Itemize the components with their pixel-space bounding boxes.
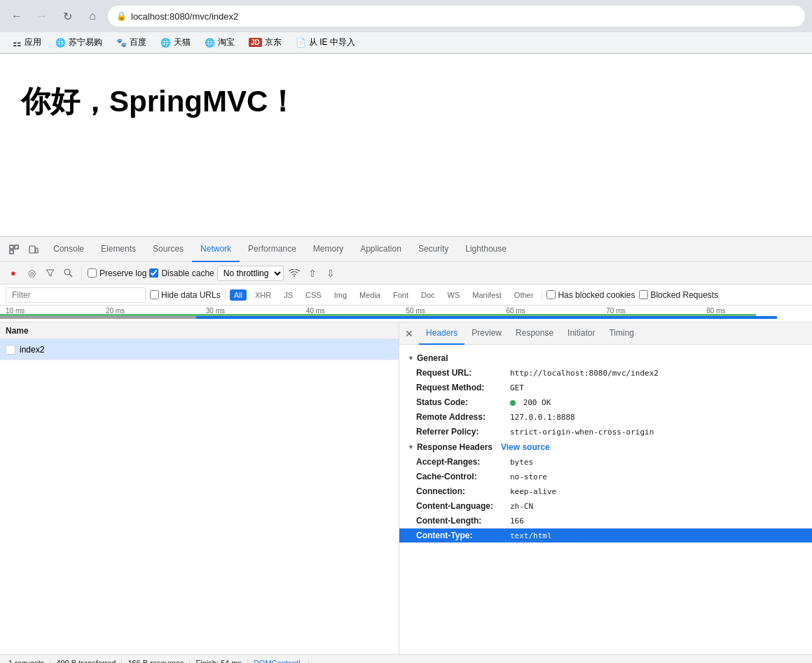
tab-security[interactable]: Security: [410, 237, 457, 262]
bookmark-label: 天猫: [174, 36, 191, 48]
disable-cache-checkbox[interactable]: [149, 268, 158, 278]
record-button[interactable]: ●: [6, 266, 21, 281]
bookmark-suning[interactable]: 🌐 苏宁易购: [50, 35, 108, 50]
tab-memory[interactable]: Memory: [305, 237, 352, 262]
address-bar[interactable]: 🔒 localhost:8080/mvc/index2: [108, 6, 805, 27]
details-close-button[interactable]: ✕: [402, 327, 416, 341]
content-language-key: Content-Language:: [416, 501, 507, 511]
timeline-gray-progress: [0, 316, 196, 319]
filter-type-ws[interactable]: WS: [443, 289, 465, 301]
tab-lighthouse[interactable]: Lighthouse: [457, 237, 515, 262]
request-method-value: GET: [510, 383, 524, 392]
status-finish: Finish: 54 ms: [190, 659, 247, 664]
wifi-icon-btn[interactable]: [287, 266, 302, 281]
request-url-value: http://localhost:8080/mvc/index2: [510, 369, 659, 378]
detail-status-code: Status Code: 200 OK: [399, 395, 812, 410]
clear-button[interactable]: ◎: [24, 266, 39, 281]
tab-sources[interactable]: Sources: [144, 237, 192, 262]
status-dot: [510, 400, 516, 406]
remote-address-key: Remote Address:: [416, 412, 507, 422]
network-main: Name index2 ✕ Headers Preview Response I…: [0, 322, 812, 654]
bookmark-baidu[interactable]: 🐾 百度: [111, 35, 152, 50]
search-btn[interactable]: [60, 266, 76, 281]
filter-input[interactable]: [6, 287, 146, 303]
details-tab-headers[interactable]: Headers: [419, 322, 465, 345]
svg-rect-1: [15, 245, 18, 249]
svg-rect-2: [10, 250, 13, 254]
details-tab-initiator[interactable]: Initiator: [560, 322, 602, 345]
devtools-tabs-bar: Console Elements Sources Network Perform…: [0, 237, 812, 262]
home-button[interactable]: ⌂: [83, 6, 102, 26]
preserve-log-checkbox[interactable]: [88, 268, 97, 278]
has-blocked-cookies-checkbox[interactable]: [546, 290, 556, 299]
filter-type-img[interactable]: Img: [330, 289, 351, 301]
bookmark-label: 淘宝: [218, 36, 235, 48]
details-tab-preview[interactable]: Preview: [465, 322, 509, 345]
baidu-icon: 🐾: [116, 38, 127, 48]
bookmark-tianmao[interactable]: 🌐 天猫: [155, 35, 196, 50]
details-tab-response[interactable]: Response: [509, 322, 560, 345]
ie-icon: 📄: [296, 38, 306, 48]
detail-content-type: Content-Type: text/html: [399, 528, 812, 543]
filter-icon-btn[interactable]: [42, 266, 57, 281]
status-domcontent[interactable]: DOMContentL: [248, 659, 309, 664]
content-length-key: Content-Length:: [416, 516, 507, 526]
detail-request-url: Request URL: http://localhost:8080/mvc/i…: [399, 366, 812, 381]
filter-bar: Hide data URLs All XHR JS CSS Img Media …: [0, 285, 812, 306]
throttle-select[interactable]: No throttling: [217, 266, 284, 281]
filter-type-css[interactable]: CSS: [301, 289, 326, 301]
detail-content-language: Content-Language: zh-CN: [399, 499, 812, 514]
hide-data-urls-checkbox[interactable]: [150, 290, 159, 299]
details-tab-timing[interactable]: Timing: [602, 322, 641, 345]
bookmark-ie-import[interactable]: 📄 从 IE 中导入: [290, 35, 361, 50]
filter-type-all[interactable]: All: [230, 289, 247, 301]
upload-icon-btn[interactable]: ⇧: [305, 266, 320, 281]
response-headers-section-header[interactable]: Response Headers View source: [399, 439, 812, 455]
details-tabs-bar: ✕ Headers Preview Response Initiator Tim…: [399, 322, 812, 345]
back-button[interactable]: ←: [7, 6, 27, 26]
forward-button[interactable]: →: [32, 6, 52, 26]
reload-button[interactable]: ↻: [57, 6, 77, 26]
network-toolbar: ● ◎ Preserve log Disable cache No thrott…: [0, 262, 812, 285]
status-bar: 1 requests 499 B transferred 166 B resou…: [0, 654, 812, 663]
filter-type-manifest[interactable]: Manifest: [468, 289, 506, 301]
download-icon-btn[interactable]: ⇩: [323, 266, 338, 281]
filter-type-font[interactable]: Font: [389, 289, 413, 301]
tab-console[interactable]: Console: [45, 237, 92, 262]
tab-elements[interactable]: Elements: [92, 237, 144, 262]
blocked-requests-checkbox[interactable]: [639, 290, 648, 299]
url-text: localhost:8080/mvc/index2: [131, 11, 238, 22]
has-blocked-cookies-label[interactable]: Has blocked cookies: [546, 290, 635, 300]
bookmark-taobao[interactable]: 🌐 淘宝: [199, 35, 240, 50]
filter-type-other[interactable]: Other: [510, 289, 538, 301]
preserve-log-label[interactable]: Preserve log: [88, 268, 146, 278]
cache-control-key: Cache-Control:: [416, 472, 507, 481]
filter-type-js[interactable]: JS: [280, 289, 297, 301]
device-toolbar-icon[interactable]: [25, 241, 42, 258]
content-length-value: 166: [510, 517, 524, 526]
referrer-policy-value: strict-origin-when-cross-origin: [510, 428, 654, 437]
content-language-value: zh-CN: [510, 502, 533, 511]
filter-type-media[interactable]: Media: [355, 289, 385, 301]
hide-data-urls-label[interactable]: Hide data URLs: [150, 290, 221, 300]
blocked-requests-label[interactable]: Blocked Requests: [639, 290, 718, 300]
table-row[interactable]: index2: [0, 339, 399, 360]
general-section-header[interactable]: General: [399, 350, 812, 366]
view-source-link[interactable]: View source: [501, 442, 550, 452]
row-file-icon: [6, 345, 15, 355]
filter-type-doc[interactable]: Doc: [417, 289, 439, 301]
content-type-value: text/html: [510, 531, 552, 540]
bookmark-jd[interactable]: JD 京东: [243, 35, 287, 50]
svg-rect-3: [29, 246, 35, 253]
svg-line-6: [69, 274, 72, 277]
network-list-header: Name: [0, 322, 399, 339]
inspect-icon[interactable]: [6, 241, 22, 258]
filter-separator-1: [225, 289, 226, 301]
tab-performance[interactable]: Performance: [240, 237, 305, 262]
bookmark-apps[interactable]: ⚏ 应用: [7, 35, 47, 50]
connection-value: keep-alive: [510, 487, 556, 496]
tab-network[interactable]: Network: [192, 237, 240, 262]
filter-type-xhr[interactable]: XHR: [251, 289, 275, 301]
disable-cache-label[interactable]: Disable cache: [149, 268, 214, 278]
tab-application[interactable]: Application: [352, 237, 410, 262]
